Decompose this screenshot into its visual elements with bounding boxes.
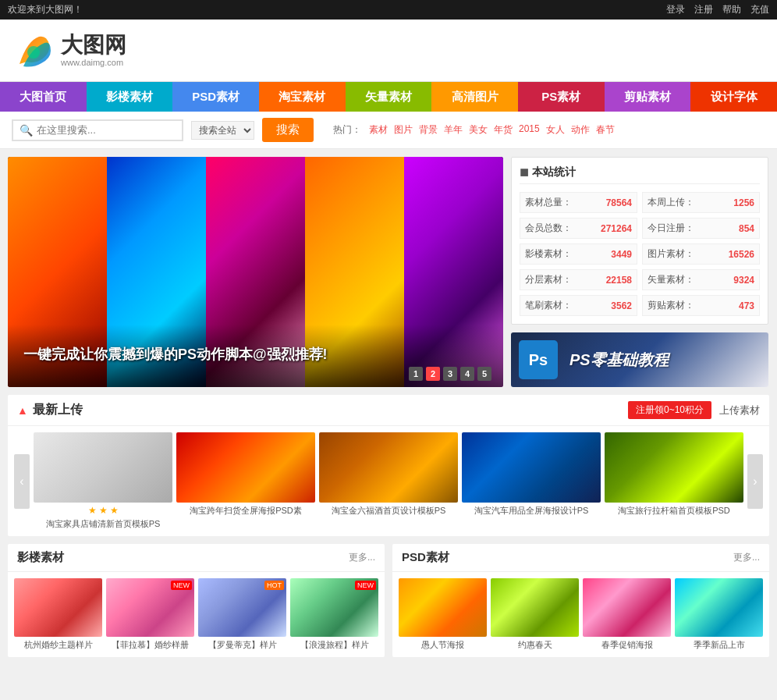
- hot-link-tupian[interactable]: 图片: [394, 123, 413, 137]
- star-2: ★: [99, 505, 108, 516]
- carousel-item-2[interactable]: 淘宝跨年扫货全屏海报PSD素: [176, 432, 315, 530]
- stat-row-10: 剪贴素材： 473: [642, 295, 760, 316]
- yingmo-header: 影楼素材 更多...: [8, 544, 385, 572]
- stat-value-4: 854: [739, 223, 754, 234]
- stats-box: 本站统计 素材总量： 78564 本周上传： 1256 会员总数： 271264…: [511, 157, 768, 325]
- yingmo-label-1: 杭州婚纱主题样片: [14, 639, 102, 651]
- stat-row-9: 笔刷素材： 3562: [520, 295, 637, 316]
- banner-dot-1[interactable]: 1: [409, 367, 423, 381]
- yingmo-item-2[interactable]: NEW 【菲拉慕】婚纱样册: [106, 578, 194, 651]
- carousel-item-4[interactable]: 淘宝汽车用品全屏海报设计PS: [462, 432, 601, 530]
- latest-section: ▲ 最新上传 注册领0~10积分 上传素材 ‹ ★ ★ ★ 淘宝家具店铺清新首页…: [8, 395, 769, 536]
- stat-label-4: 今日注册：: [648, 222, 694, 235]
- nav-item-font[interactable]: 设计字体: [690, 82, 777, 112]
- logo-title: 大图网: [61, 34, 126, 56]
- psd-item-3[interactable]: 春季促销海报: [583, 578, 671, 651]
- hot-link-nvren[interactable]: 女人: [546, 123, 565, 137]
- stat-label-2: 本周上传：: [648, 196, 694, 209]
- latest-header: ▲ 最新上传 注册领0~10积分 上传素材: [8, 395, 769, 426]
- topbar-recharge[interactable]: 充值: [750, 3, 769, 16]
- latest-title: ▲ 最新上传: [17, 402, 83, 418]
- yingmo-item-4[interactable]: NEW 【浪漫旅程】样片: [290, 578, 378, 651]
- stat-row-8: 矢量素材： 9324: [642, 269, 760, 290]
- banner-dot-4[interactable]: 4: [460, 367, 474, 381]
- psd-label-4: 季季新品上市: [675, 639, 763, 651]
- nav-item-ps[interactable]: PS素材: [518, 82, 605, 112]
- upload-button[interactable]: 上传素材: [719, 403, 760, 418]
- nav-item-psd[interactable]: PSD素材: [172, 82, 259, 112]
- carousel-items: ★ ★ ★ 淘宝家具店铺清新首页模板PS 淘宝跨年扫货全屏海报PSD素 淘宝金六…: [34, 432, 743, 530]
- new-badge-ym4: NEW: [355, 581, 376, 590]
- hot-link-dongzuo[interactable]: 动作: [571, 123, 590, 137]
- search-input-wrap: 🔍: [12, 119, 183, 141]
- yingmo-items: 杭州婚纱主题样片 NEW 【菲拉慕】婚纱样册 HOT 【罗曼蒂克】样片 NEW …: [8, 572, 385, 657]
- psd-items: 愚人节海报 约惠春天 春季促销海报 季季新品上市: [392, 572, 769, 657]
- logo-url: www.daimg.com: [61, 58, 126, 67]
- new-badge-ym2: NEW: [171, 581, 192, 590]
- psd-title: PSD素材: [402, 550, 449, 565]
- carousel-img-2: [176, 432, 315, 503]
- carousel-item-1[interactable]: ★ ★ ★ 淘宝家具店铺清新首页模板PS: [34, 432, 172, 530]
- yingmo-item-3[interactable]: HOT 【罗曼蒂克】样片: [198, 578, 286, 651]
- stat-value-3: 271264: [601, 223, 632, 234]
- stats-grid: 素材总量： 78564 本周上传： 1256 会员总数： 271264 今日注册…: [520, 192, 760, 316]
- carousel-title-3: 淘宝金六福酒首页设计模板PS: [319, 505, 458, 517]
- latest-title-text: 最新上传: [33, 402, 83, 418]
- topbar: 欢迎来到大图网！ 登录 注册 帮助 充值: [0, 0, 777, 20]
- yingmo-more[interactable]: 更多...: [349, 551, 375, 564]
- banner-dots: 1 2 3 4 5: [409, 367, 491, 381]
- hot-link-yangnian[interactable]: 羊年: [444, 123, 463, 137]
- psd-label-2: 约惠春天: [491, 639, 579, 651]
- yingmo-img-4: NEW: [290, 578, 378, 637]
- psd-item-4[interactable]: 季季新品上市: [675, 578, 763, 651]
- topbar-register[interactable]: 注册: [694, 3, 713, 16]
- psd-item-2[interactable]: 约惠春天: [491, 578, 579, 651]
- nav-item-clip[interactable]: 剪贴素材: [605, 82, 691, 112]
- ps-icon: Ps: [519, 340, 558, 379]
- topbar-help[interactable]: 帮助: [722, 3, 741, 16]
- hot-link-chunjie[interactable]: 春节: [596, 123, 615, 137]
- stat-value-6: 16526: [729, 249, 754, 260]
- stat-row-4: 今日注册： 854: [642, 218, 760, 239]
- ps-banner-text: PS零基础教程: [569, 350, 669, 371]
- yingmo-item-1[interactable]: 杭州婚纱主题样片: [14, 578, 102, 651]
- nav-item-taobao[interactable]: 淘宝素材: [259, 82, 346, 112]
- logo-area[interactable]: 大图网 www.daimg.com: [12, 29, 126, 72]
- topbar-login[interactable]: 登录: [666, 3, 685, 16]
- yingmo-label-2: 【菲拉慕】婚纱样册: [106, 639, 194, 651]
- nav-item-shadow[interactable]: 影楼素材: [87, 82, 173, 112]
- nav-item-vector[interactable]: 矢量素材: [346, 82, 432, 112]
- search-icon: 🔍: [20, 124, 33, 137]
- hot-link-beijing[interactable]: 背景: [419, 123, 438, 137]
- star-1: ★: [88, 505, 97, 516]
- carousel-item-3[interactable]: 淘宝金六福酒首页设计模板PS: [319, 432, 458, 530]
- stat-value-1: 78564: [606, 197, 632, 208]
- hot-link-2015[interactable]: 2015: [519, 123, 540, 137]
- yingmo-img-3: HOT: [198, 578, 286, 637]
- hot-link-sucai[interactable]: 素材: [369, 123, 388, 137]
- banner-dot-2[interactable]: 2: [426, 367, 440, 381]
- banner-dot-3[interactable]: 3: [443, 367, 457, 381]
- psd-item-1[interactable]: 愚人节海报: [399, 578, 487, 651]
- star-3: ★: [110, 505, 119, 516]
- carousel-item-5[interactable]: 淘宝旅行拉杆箱首页模板PSD: [605, 432, 743, 530]
- stat-label-3: 会员总数：: [525, 222, 572, 235]
- search-button[interactable]: 搜索: [262, 118, 314, 142]
- hot-link-meinv[interactable]: 美女: [469, 123, 488, 137]
- stat-value-7: 22158: [606, 275, 632, 286]
- search-input[interactable]: [37, 124, 161, 136]
- psd-img-3: [583, 578, 671, 637]
- hot-link-nianhuo[interactable]: 年货: [494, 123, 513, 137]
- nav-item-photo[interactable]: 高清图片: [431, 82, 518, 112]
- carousel-prev[interactable]: ‹: [14, 454, 30, 509]
- ps-tutorial-banner[interactable]: Ps PS零基础教程: [511, 332, 768, 387]
- latest-title-arrow: ▲: [17, 404, 28, 417]
- register-badge[interactable]: 注册领0~10积分: [628, 401, 711, 419]
- search-scope-select[interactable]: 搜索全站 影楼素材 PSD素材 淘宝素材: [191, 121, 254, 140]
- stat-label-5: 影楼素材：: [525, 247, 572, 261]
- stat-label-1: 素材总量：: [525, 196, 572, 209]
- banner-dot-5[interactable]: 5: [477, 367, 491, 381]
- carousel-next[interactable]: ›: [747, 454, 763, 509]
- psd-more[interactable]: 更多...: [733, 551, 760, 564]
- nav-item-home[interactable]: 大图首页: [0, 82, 87, 112]
